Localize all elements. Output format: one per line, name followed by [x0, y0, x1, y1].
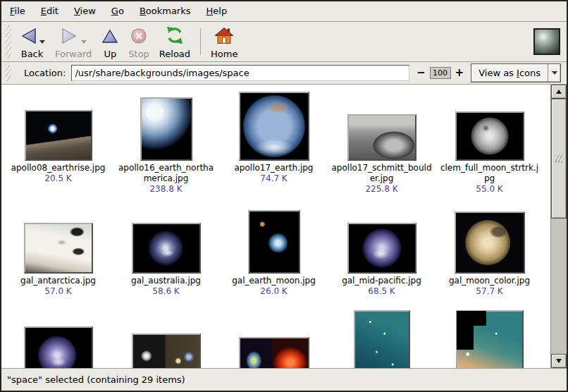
file-item[interactable]: gal_mid-pacific.jpg 68.5 K [328, 202, 436, 314]
status-text: "space" selected (containing 29 items) [7, 374, 185, 385]
full-moon-thumbnail[interactable] [455, 111, 524, 161]
location-label: Location: [24, 68, 66, 78]
file-item[interactable]: apollo17_schmitt_boulder.jpg 225.8 K [328, 89, 436, 202]
location-input[interactable] [71, 65, 409, 81]
teal-orange-nebula-thumbnail[interactable] [456, 310, 524, 368]
file-name: gal_antarctica.jpg [20, 276, 96, 286]
toolbar: Back Forward Up [1, 22, 567, 61]
menu-bookmarks[interactable]: Bookmarks [132, 1, 199, 21]
forward-history-chevron-icon[interactable] [81, 40, 87, 44]
home-button[interactable]: Home [206, 23, 242, 61]
file-manager-window: File Edit View Go Bookmarks Help Back [0, 0, 568, 392]
back-history-chevron-icon[interactable] [39, 40, 45, 44]
file-size: 26.0 K [260, 286, 287, 297]
zoom-level-indicator[interactable]: 100 [430, 67, 451, 79]
scrollbar-track[interactable] [551, 219, 567, 354]
moon-boulder-thumbnail[interactable] [347, 114, 416, 161]
up-button[interactable]: Up [97, 23, 123, 61]
vertical-scrollbar [550, 85, 567, 368]
file-name: gal_australia.jpg [131, 276, 201, 286]
stop-icon [130, 27, 147, 47]
zoom-control: − 100 + [416, 67, 464, 79]
earth-pacific-thumbnail[interactable] [347, 223, 416, 274]
file-item[interactable] [112, 314, 220, 368]
file-size: 68.5 K [368, 286, 395, 297]
reload-icon [166, 26, 184, 47]
back-button[interactable]: Back [14, 23, 50, 61]
file-item[interactable]: gal_earth_moon.jpg 26.0 K [220, 202, 328, 314]
up-icon [101, 27, 118, 47]
file-size: 57.0 K [44, 286, 71, 297]
file-name: gal_mid-pacific.jpg [342, 276, 421, 286]
file-item[interactable]: gal_moon_color.jpg 57.7 K [436, 202, 543, 314]
file-size: 74.7 K [260, 173, 287, 184]
file-name: clem_full_moon_strtrk.jpg [438, 163, 541, 184]
menu-edit[interactable]: Edit [33, 1, 66, 21]
forward-button[interactable]: Forward [50, 23, 97, 61]
file-name: gal_moon_color.jpg [449, 276, 530, 286]
earth-partial-globe-thumbnail[interactable] [140, 97, 192, 161]
locationbar-drag-handle[interactable] [5, 65, 11, 81]
back-icon [19, 27, 37, 47]
file-size: 55.0 K [476, 184, 502, 195]
file-size: 225.8 K [365, 184, 397, 195]
file-item[interactable] [436, 314, 543, 368]
file-name: apollo16_earth_northamerica.jpg [115, 163, 218, 184]
chevron-down-icon [552, 71, 557, 75]
view-as-arrow-button[interactable] [548, 64, 560, 82]
earthrise-photo-thumbnail[interactable] [25, 110, 92, 161]
menu-view[interactable]: View [66, 1, 104, 21]
menu-go[interactable]: Go [104, 1, 132, 21]
file-item[interactable]: apollo17_earth.jpg 74.7 K [220, 89, 328, 202]
status-bar: "space" selected (containing 29 items) [1, 369, 567, 391]
file-item[interactable]: clem_full_moon_strtrk.jpg 55.0 K [436, 89, 543, 202]
scrollbar-grip-icon [555, 155, 562, 163]
toolbar-drag-handle[interactable] [5, 25, 11, 59]
stop-button-label: Stop [128, 49, 149, 59]
file-size: 58.6 K [152, 286, 179, 297]
stop-button[interactable]: Stop [123, 23, 154, 61]
file-item[interactable]: apollo08_earthrise.jpg 20.5 K [4, 89, 112, 202]
zoom-in-button[interactable]: + [455, 68, 464, 78]
view-as-label: View as Icons [471, 68, 548, 78]
file-item[interactable] [4, 314, 112, 368]
globe-throbber-icon [533, 28, 560, 55]
up-button-label: Up [104, 49, 116, 59]
file-name: apollo17_schmitt_boulder.jpg [331, 163, 433, 184]
file-item[interactable]: gal_australia.jpg 58.6 K [112, 202, 220, 314]
forward-icon [61, 27, 79, 47]
icon-view[interactable]: apollo08_earthrise.jpg 20.5 K apollo16_e… [1, 85, 550, 368]
icon-grid-row: apollo08_earthrise.jpg 20.5 K apollo16_e… [4, 89, 550, 202]
teal-nebula-thumbnail[interactable] [354, 310, 410, 368]
home-icon [214, 27, 234, 47]
scrollbar-thumb[interactable] [551, 99, 567, 219]
red-nebula-pair-thumbnail[interactable] [239, 337, 309, 368]
scroll-down-button[interactable] [551, 354, 567, 368]
file-item[interactable]: apollo16_earth_northamerica.jpg 238.8 K [112, 89, 220, 202]
file-name: apollo08_earthrise.jpg [11, 163, 106, 173]
earth-and-moon-thumbnail[interactable] [248, 210, 300, 274]
file-size: 57.7 K [476, 286, 502, 297]
menu-help[interactable]: Help [199, 1, 235, 21]
file-name: apollo17_earth.jpg [235, 163, 314, 173]
menu-file[interactable]: File [2, 1, 33, 21]
view-as-dropdown[interactable]: View as Icons [471, 63, 561, 82]
zoom-out-button[interactable]: − [416, 68, 426, 78]
file-size: 238.8 K [149, 184, 182, 195]
reload-button-label: Reload [159, 49, 190, 59]
scroll-up-button[interactable] [551, 85, 567, 99]
earth-australia-thumbnail[interactable] [132, 223, 201, 274]
file-item[interactable] [220, 314, 328, 368]
home-button-label: Home [211, 49, 237, 59]
file-item[interactable]: gal_antarctica.jpg 57.0 K [4, 202, 112, 314]
location-bar: Location: − 100 + View as Icons [1, 62, 567, 84]
color-moon-thumbnail[interactable] [455, 212, 525, 274]
antarctica-thumbnail[interactable] [24, 223, 93, 274]
icon-grid-row-partial [4, 314, 550, 368]
folder-content: apollo08_earthrise.jpg 20.5 K apollo16_e… [1, 85, 567, 368]
full-earth-thumbnail[interactable] [239, 92, 309, 161]
reload-button[interactable]: Reload [154, 23, 195, 61]
file-item[interactable] [328, 314, 436, 368]
galaxy-collision-thumbnail[interactable] [132, 333, 201, 368]
purple-earth-globe-thumbnail[interactable] [24, 326, 93, 368]
